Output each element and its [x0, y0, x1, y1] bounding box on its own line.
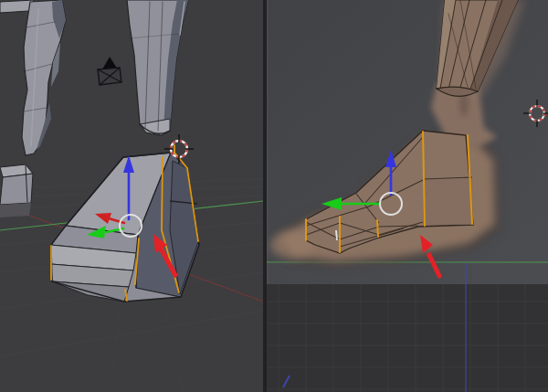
floor-grid-band [267, 284, 548, 392]
screenshot-root [0, 0, 548, 392]
viewport-right-textured[interactable] [267, 0, 548, 392]
active-vertex-tick [336, 230, 337, 240]
background-ankle-block[interactable] [0, 164, 33, 217]
viewport-left-blockout[interactable] [0, 0, 263, 392]
upper-leg-mesh[interactable] [127, 0, 188, 135]
camera-object[interactable] [98, 57, 121, 85]
background-leg-mesh[interactable] [0, 0, 66, 155]
viewport-left-canvas [0, 0, 263, 392]
viewport-right-canvas [267, 0, 548, 392]
